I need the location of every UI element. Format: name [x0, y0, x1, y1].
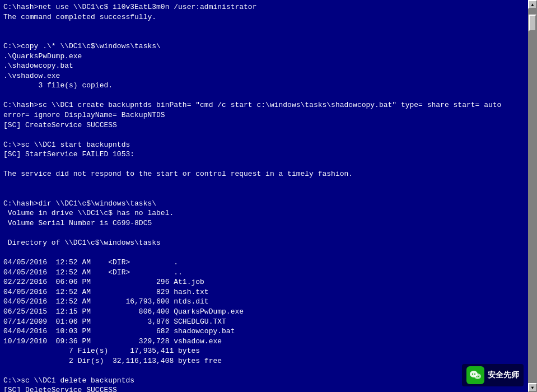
wechat-icon	[469, 369, 482, 381]
svg-point-2	[472, 374, 473, 375]
svg-point-5	[478, 376, 479, 377]
terminal-content: C:\hash>net use \\DC1\c$ il0v3EatL3m0n /…	[3, 2, 534, 392]
terminal-window: C:\hash>net use \\DC1\c$ il0v3EatL3m0n /…	[0, 0, 537, 392]
scrollbar-down-button[interactable]: ▼	[528, 383, 537, 392]
watermark-icon	[466, 366, 484, 384]
watermark-label: 安全先师	[488, 370, 519, 380]
svg-point-4	[477, 376, 478, 377]
scroll-up-arrow-icon: ▲	[531, 2, 534, 7]
scroll-down-arrow-icon: ▼	[531, 385, 534, 390]
svg-point-3	[474, 374, 475, 375]
scrollbar-thumb[interactable]	[529, 15, 536, 31]
scrollbar-up-button[interactable]: ▲	[528, 0, 537, 9]
scrollbar[interactable]: ▲ ▼	[528, 0, 537, 392]
scrollbar-track[interactable]	[528, 9, 537, 392]
watermark-badge: 安全先师	[462, 364, 524, 386]
